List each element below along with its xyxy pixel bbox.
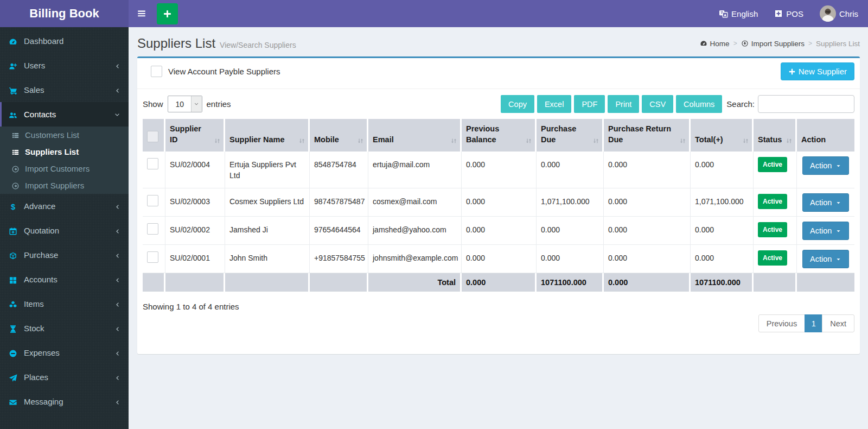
- chevron-left-icon: [114, 277, 120, 283]
- select-chevron-icon: [191, 96, 202, 112]
- sidebar-subitem-import-suppliers[interactable]: Import Suppliers: [0, 177, 129, 194]
- column-header-email[interactable]: Email: [368, 119, 462, 152]
- cell-purchase-due: 1,071,100.000: [537, 188, 604, 217]
- cell-mobile: 987457875487: [310, 188, 368, 217]
- sidebar-item-messaging[interactable]: Messaging: [0, 389, 129, 414]
- caret-down-icon: [835, 200, 841, 206]
- list-icon: [11, 131, 20, 140]
- sidebar-item-purchase[interactable]: Purchase: [0, 243, 129, 267]
- breadcrumb: Home>Import Suppliers>Suppliers List: [700, 40, 860, 48]
- export-pdf-button[interactable]: PDF: [574, 95, 605, 113]
- row-checkbox-cell: [143, 152, 165, 188]
- svg-text:$: $: [11, 203, 15, 211]
- column-header-purchase_return_due[interactable]: Purchase Return Due: [604, 119, 691, 152]
- sidebar-item-quotation[interactable]: Quotation: [0, 218, 129, 243]
- quick-add-button[interactable]: [157, 3, 178, 24]
- export-excel-button[interactable]: Excel: [537, 95, 571, 113]
- cell-supplier-id: SU/02/0003: [165, 188, 225, 217]
- sidebar-item-stock[interactable]: Stock: [0, 316, 129, 340]
- app-logo[interactable]: Billing Book: [0, 0, 129, 27]
- language-menu[interactable]: English: [719, 9, 758, 18]
- suppliers-table: Supplier IDSupplier NameMobileEmailPrevi…: [143, 119, 854, 292]
- status-badge: Active: [758, 250, 787, 266]
- export-print-button[interactable]: Print: [608, 95, 639, 113]
- user-plus-icon: [9, 62, 17, 71]
- cell-supplier-id: SU/02/0001: [165, 245, 225, 273]
- sidebar-item-sales[interactable]: Sales: [0, 78, 129, 102]
- column-header-status[interactable]: Status: [754, 119, 797, 152]
- export-copy-button[interactable]: Copy: [501, 95, 534, 113]
- cell-status: Active: [754, 188, 797, 217]
- view-payble-checkbox[interactable]: [151, 66, 162, 77]
- view-payble-toggle[interactable]: View Account Payble Suppliers: [151, 66, 280, 77]
- column-header-purchase_due[interactable]: Purchase Due: [537, 119, 604, 152]
- sidebar-item-advance[interactable]: $Advance: [0, 194, 129, 218]
- select-all-checkbox[interactable]: [147, 131, 158, 142]
- cell-purchase-due: 0.000: [537, 152, 604, 188]
- breadcrumb-home[interactable]: Home: [700, 40, 730, 48]
- row-checkbox[interactable]: [147, 251, 158, 263]
- export-csv-button[interactable]: CSV: [642, 95, 673, 113]
- pagination-next[interactable]: Next: [822, 314, 854, 332]
- sidebar-item-items[interactable]: Items: [0, 292, 129, 316]
- row-checkbox[interactable]: [147, 223, 158, 235]
- row-action-button[interactable]: Action: [802, 222, 849, 240]
- cell-purchase-return-due: 0.000: [604, 152, 691, 188]
- entries-label: entries: [207, 99, 231, 109]
- user-avatar: [820, 5, 836, 22]
- pos-label: POS: [786, 9, 803, 18]
- column-header-total[interactable]: Total(+): [691, 119, 754, 152]
- sidebar-item-contacts[interactable]: Contacts: [0, 102, 129, 127]
- column-header-id[interactable]: Supplier ID: [165, 119, 225, 152]
- sidebar-item-places[interactable]: Places: [0, 365, 129, 389]
- sidebar-subitem-customers-list[interactable]: Customers List: [0, 127, 129, 143]
- cell-total: 1,071,100.000: [691, 188, 754, 217]
- row-action-button[interactable]: Action: [802, 193, 849, 212]
- cell-supplier-name: Ertuja Suppliers Pvt Ltd: [225, 152, 310, 188]
- row-action-button[interactable]: Action: [802, 156, 849, 175]
- supplier-row-2: SU/02/0003Cosmex Suppliers Ltd9874578754…: [143, 188, 854, 217]
- total-purchase-return-due: 0.000: [604, 273, 691, 292]
- chevron-down-icon: [194, 102, 199, 107]
- show-label: Show: [143, 99, 163, 109]
- cell-email: johnsmith@example.com: [368, 245, 462, 273]
- dashboard-icon: [9, 37, 17, 46]
- column-header-name[interactable]: Supplier Name: [225, 119, 310, 152]
- pagination: Previous 1 Next: [759, 314, 854, 332]
- export-columns-button[interactable]: Columns: [676, 95, 722, 113]
- sidebar-item-accounts[interactable]: Accounts: [0, 267, 129, 292]
- column-header-prev_balance[interactable]: Previous Balance: [462, 119, 537, 152]
- cell-prev-balance: 0.000: [462, 188, 537, 217]
- status-badge: Active: [758, 222, 787, 237]
- new-supplier-button[interactable]: New Supplier: [781, 62, 854, 80]
- cell-purchase-due: 0.000: [537, 217, 604, 245]
- chevron-left-icon: [114, 253, 120, 259]
- sort-icon: [786, 137, 793, 144]
- column-header-mobile[interactable]: Mobile: [310, 119, 368, 152]
- cell-supplier-id: SU/02/0002: [165, 217, 225, 245]
- user-menu[interactable]: Chris: [820, 5, 858, 22]
- sidebar-subitem-import-customers[interactable]: Import Customers: [0, 160, 129, 177]
- search-input[interactable]: [758, 95, 854, 113]
- row-checkbox[interactable]: [147, 158, 158, 169]
- sidebar-item-users[interactable]: Users: [0, 53, 129, 78]
- supplier-row-1: SU/02/0004Ertuja Suppliers Pvt Ltd854875…: [143, 152, 854, 188]
- cell-action: Action: [797, 152, 854, 188]
- sidebar-item-expenses[interactable]: Expenses: [0, 340, 129, 365]
- paper-plane-icon: [9, 374, 17, 382]
- page-size-select[interactable]: 10: [168, 96, 202, 112]
- breadcrumb-separator: >: [733, 40, 737, 47]
- row-action-button[interactable]: Action: [802, 250, 849, 268]
- pos-button[interactable]: POS: [774, 9, 803, 18]
- row-checkbox[interactable]: [147, 195, 158, 206]
- chevron-left-icon: [114, 228, 120, 235]
- breadcrumb-import-suppliers[interactable]: Import Suppliers: [741, 40, 805, 48]
- sidebar-toggle[interactable]: [129, 0, 155, 27]
- pagination-previous[interactable]: Previous: [758, 314, 805, 332]
- sidebar-item-dashboard[interactable]: Dashboard: [0, 29, 129, 53]
- sidebar-subitem-suppliers-list[interactable]: Suppliers List: [0, 143, 129, 160]
- pagination-page-1[interactable]: 1: [805, 314, 822, 332]
- cell-total: 0.000: [691, 152, 754, 188]
- bars-icon: [137, 9, 146, 18]
- cell-supplier-name: Cosmex Suppliers Ltd: [225, 188, 310, 217]
